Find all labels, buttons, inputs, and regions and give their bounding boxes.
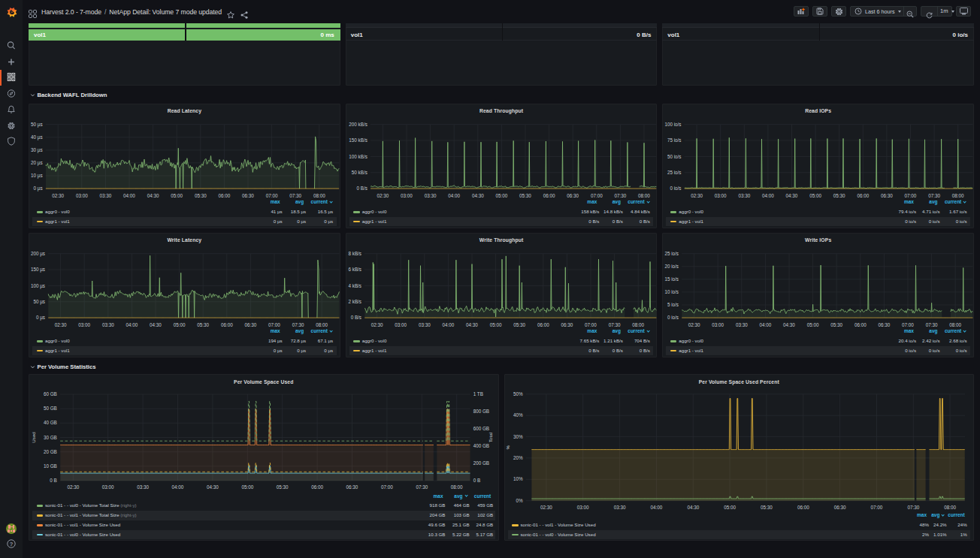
svg-text:200 kB/s: 200 kB/s <box>349 121 368 126</box>
svg-text:04:00: 04:00 <box>650 505 662 510</box>
svg-text:06:30: 06:30 <box>833 505 845 510</box>
svg-text:200 GB: 200 GB <box>473 460 489 466</box>
svg-text:02:30: 02:30 <box>371 322 383 327</box>
svg-text:02:30: 02:30 <box>67 484 79 490</box>
svg-text:06:00: 06:00 <box>854 322 867 327</box>
svg-text:0 B/s: 0 B/s <box>350 315 361 320</box>
svg-text:04:00: 04:00 <box>442 322 454 327</box>
svg-text:50 kB/s: 50 kB/s <box>351 169 367 174</box>
svg-text:0 B/s: 0 B/s <box>356 185 367 191</box>
svg-text:?: ? <box>10 540 14 547</box>
svg-text:20%: 20% <box>513 455 523 460</box>
svg-text:04:00: 04:00 <box>172 484 184 490</box>
svg-text:05:00: 05:00 <box>810 193 822 198</box>
svg-text:6 kB/s: 6 kB/s <box>348 267 361 272</box>
svg-text:05:30: 05:30 <box>197 322 209 327</box>
svg-text:03:30: 03:30 <box>419 322 431 327</box>
svg-text:30 GB: 30 GB <box>44 435 57 440</box>
svg-text:25 io/s: 25 io/s <box>667 169 682 174</box>
svg-text:60 GB: 60 GB <box>44 391 57 397</box>
svg-text:20 io/s: 20 io/s <box>665 263 679 268</box>
svg-text:04:30: 04:30 <box>466 322 478 327</box>
svg-text:05:30: 05:30 <box>195 193 207 198</box>
svg-text:08:00: 08:00 <box>638 193 650 198</box>
svg-text:04:30: 04:30 <box>207 484 219 490</box>
svg-text:08:00: 08:00 <box>316 322 328 327</box>
svg-text:05:00: 05:00 <box>171 193 183 198</box>
svg-text:20 GB: 20 GB <box>44 449 57 454</box>
svg-text:50 GB: 50 GB <box>44 406 57 411</box>
svg-text:07:00: 07:00 <box>585 322 597 327</box>
svg-text:06:30: 06:30 <box>346 484 358 490</box>
svg-text:07:30: 07:30 <box>907 505 919 510</box>
svg-text:200 µs: 200 µs <box>31 250 45 256</box>
svg-text:75 io/s: 75 io/s <box>667 137 682 143</box>
svg-text:07:00: 07:00 <box>870 505 882 510</box>
svg-text:06:00: 06:00 <box>219 193 231 198</box>
svg-text:07:00: 07:00 <box>268 322 280 327</box>
svg-text:03:30: 03:30 <box>102 322 114 327</box>
svg-text:06:00: 06:00 <box>858 193 870 198</box>
svg-text:07:00: 07:00 <box>591 193 603 198</box>
svg-text:0 B: 0 B <box>473 478 480 483</box>
svg-text:05:00: 05:00 <box>489 322 501 327</box>
svg-text:03:30: 03:30 <box>100 193 112 198</box>
svg-text:03:00: 03:00 <box>576 505 588 510</box>
svg-text:5 io/s: 5 io/s <box>667 302 679 307</box>
svg-text:06:00: 06:00 <box>797 505 809 510</box>
svg-text:08:00: 08:00 <box>944 505 956 510</box>
svg-text:07:30: 07:30 <box>929 193 941 198</box>
svg-text:03:00: 03:00 <box>715 193 727 198</box>
svg-text:06:30: 06:30 <box>567 193 579 198</box>
svg-text:30 µs: 30 µs <box>31 147 43 153</box>
svg-text:06:30: 06:30 <box>561 322 573 327</box>
svg-text:03:30: 03:30 <box>424 193 436 198</box>
svg-text:0 µs: 0 µs <box>34 185 43 192</box>
svg-text:05:00: 05:00 <box>241 484 253 490</box>
svg-text:04:00: 04:00 <box>126 322 138 327</box>
svg-text:40 GB: 40 GB <box>44 420 57 425</box>
svg-text:02:30: 02:30 <box>540 505 552 510</box>
svg-text:1 TB: 1 TB <box>473 391 483 397</box>
svg-text:05:00: 05:00 <box>724 505 736 510</box>
svg-text:800 GB: 800 GB <box>473 409 489 414</box>
svg-text:06:30: 06:30 <box>879 322 891 327</box>
svg-text:0 µs: 0 µs <box>36 315 45 321</box>
svg-text:0%: 0% <box>516 498 523 503</box>
svg-text:07:30: 07:30 <box>289 193 301 198</box>
svg-text:06:30: 06:30 <box>242 193 254 198</box>
svg-text:50 io/s: 50 io/s <box>667 153 682 158</box>
svg-text:05:00: 05:00 <box>174 322 186 327</box>
svg-text:40 µs: 40 µs <box>31 134 43 140</box>
svg-text:08:00: 08:00 <box>952 193 964 198</box>
svg-text:07:30: 07:30 <box>614 193 626 198</box>
svg-text:05:30: 05:30 <box>833 193 845 198</box>
svg-text:%: % <box>505 445 510 449</box>
svg-text:07:30: 07:30 <box>608 322 620 327</box>
svg-text:08:00: 08:00 <box>632 322 644 327</box>
svg-text:03:00: 03:00 <box>102 484 114 490</box>
svg-text:4 kB/s: 4 kB/s <box>348 282 361 288</box>
svg-text:06:00: 06:00 <box>543 193 555 198</box>
svg-text:150 kB/s: 150 kB/s <box>349 137 368 143</box>
svg-text:08:00: 08:00 <box>451 484 463 490</box>
svg-text:04:30: 04:30 <box>783 322 795 327</box>
svg-text:03:30: 03:30 <box>739 193 751 198</box>
svg-text:04:00: 04:00 <box>762 193 774 198</box>
svg-text:02:30: 02:30 <box>691 193 703 198</box>
svg-text:06:30: 06:30 <box>245 322 257 327</box>
svg-text:10 µs: 10 µs <box>31 173 43 179</box>
svg-text:25 io/s: 25 io/s <box>665 250 679 255</box>
svg-text:2 kB/s: 2 kB/s <box>348 298 361 303</box>
svg-text:0 io/s: 0 io/s <box>667 315 679 320</box>
svg-text:02:30: 02:30 <box>688 322 700 327</box>
svg-text:10 io/s: 10 io/s <box>665 289 679 294</box>
svg-text:100 kB/s: 100 kB/s <box>349 153 368 158</box>
svg-text:07:00: 07:00 <box>905 193 917 198</box>
svg-text:10 GB: 10 GB <box>44 463 57 469</box>
svg-text:03:00: 03:00 <box>78 322 90 327</box>
svg-text:07:30: 07:30 <box>416 484 428 490</box>
svg-text:06:00: 06:00 <box>221 322 233 327</box>
svg-text:05:30: 05:30 <box>277 484 289 490</box>
svg-text:10%: 10% <box>513 476 523 481</box>
